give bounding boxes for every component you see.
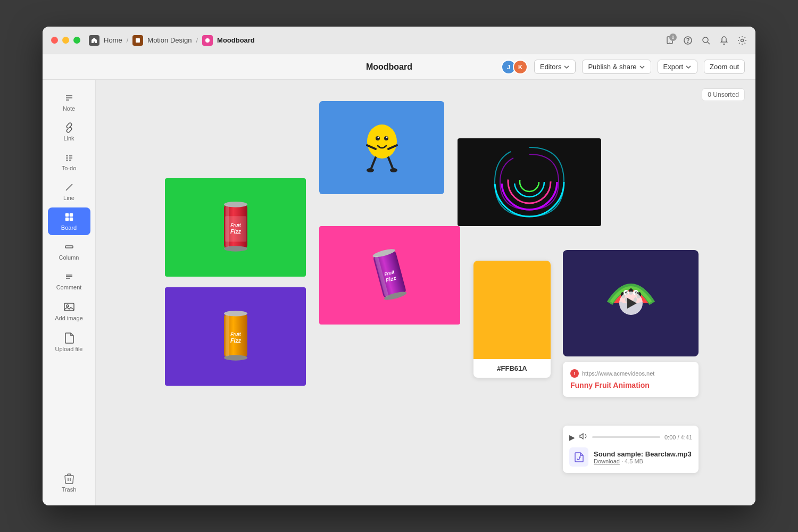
green-can-card[interactable]: Fruit Fizz [165,178,306,277]
audio-file-download[interactable]: Download · 4.5 MB [594,458,692,464]
color-swatch-fill [473,261,551,359]
fullscreen-button[interactable] [73,37,80,44]
avatar-2: K [513,60,528,74]
svg-text:Fruit: Fruit [230,222,242,228]
svg-text:Fruit: Fruit [230,331,242,337]
line-icon [64,182,74,193]
svg-line-36 [371,157,376,168]
svg-rect-23 [65,246,73,248]
svg-point-38 [367,168,374,172]
play-button[interactable] [619,292,643,315]
svg-rect-55 [225,205,229,247]
svg-point-31 [367,124,397,159]
todo-icon [64,152,74,163]
svg-line-37 [388,157,393,168]
help-icon[interactable] [683,36,693,45]
pink-can-card[interactable]: Fruit Fizz [319,226,460,325]
sidebar-item-add-image[interactable]: Add image [48,297,90,326]
link-title[interactable]: Funny Fruit Animation [570,381,691,389]
export-button[interactable]: Export [658,60,698,74]
sidebar-item-link[interactable]: Link [48,118,90,146]
sidebar-item-line[interactable]: Line [48,178,90,205]
spiral-card[interactable] [458,138,601,226]
device-badge: 0 [669,34,677,41]
zoom-out-button[interactable]: Zoom out [704,60,745,74]
sidebar-item-board[interactable]: Board [48,207,90,235]
svg-text:Fizz: Fizz [230,337,242,343]
device-icon[interactable]: 0 [665,36,675,45]
audio-volume-button[interactable] [579,432,588,442]
sidebar-item-column[interactable]: Column [48,237,90,265]
bell-icon[interactable] [719,36,729,45]
svg-line-7 [708,42,710,44]
breadcrumb-moodboard[interactable]: Moodboard [217,36,255,44]
svg-text:Fizz: Fizz [230,228,242,234]
svg-line-18 [66,184,72,190]
svg-point-42 [495,147,564,217]
green-can-svg: Fruit Fizz [217,193,254,262]
svg-point-45 [514,167,544,197]
link-favicon: ! [570,369,579,378]
trash-label: Trash [62,486,77,493]
svg-point-5 [688,42,688,43]
audio-file-details: Sound sample: Bearclaw.mp3 Download · 4.… [594,450,692,464]
svg-point-35 [386,136,387,138]
column-label: Column [59,254,79,261]
svg-point-39 [390,168,397,172]
link-icon [64,122,74,133]
svg-point-1 [205,38,210,43]
settings-icon[interactable] [737,36,747,45]
sidebar-item-todo[interactable]: To-do [48,148,90,176]
audio-progress-bar[interactable] [592,436,660,438]
spiral-svg [458,138,601,226]
video-card[interactable] [563,250,699,356]
title-bar: Home / Motion Design / Moodboard [43,27,755,54]
editor-avatars: J K [501,60,528,74]
audio-controls: ▶ 0:00 / 4:41 [569,432,692,442]
pink-can-svg: Fruit Fizz [361,232,418,319]
note-icon [64,93,74,103]
note-label: Note [63,105,75,112]
color-swatch-card[interactable]: #FFB61A [473,261,551,378]
sidebar-item-upload-file[interactable]: Upload file [48,328,90,356]
purple-can-svg: Fruit Fizz [217,302,254,371]
moodboard-icon-small [202,35,213,46]
svg-rect-22 [70,218,73,221]
audio-play-button[interactable]: ▶ [569,433,575,442]
link-preview-card[interactable]: ! https://www.acmevideos.net Funny Fruit… [563,362,699,397]
audio-file-info: Sound sample: Bearclaw.mp3 Download · 4.… [569,447,692,467]
svg-rect-67 [225,314,229,356]
editors-button[interactable]: Editors [534,60,576,74]
home-icon[interactable] [89,35,99,46]
publish-share-button[interactable]: Publish & share [582,60,651,74]
toolbar-actions: J K Editors Publish & share Export Zoom … [501,60,745,74]
app-window: Home / Motion Design / Moodboard [43,27,755,505]
minimize-button[interactable] [62,37,69,44]
upload-file-label: Upload file [55,346,83,352]
sidebar-item-note[interactable]: Note [48,88,90,116]
title-bar-actions: 0 [665,36,747,45]
sidebar-trash[interactable]: Trash [55,468,83,497]
svg-rect-0 [136,38,140,43]
link-url-text: https://www.acmevideos.net [582,370,654,377]
download-link[interactable]: Download [594,458,620,464]
breadcrumb-home[interactable]: Home [104,36,122,44]
line-label: Line [63,195,74,201]
traffic-lights [51,37,80,44]
svg-point-43 [502,154,557,210]
audio-card[interactable]: ▶ 0:00 / 4:41 [563,426,699,473]
breadcrumb-motion-design[interactable]: Motion Design [147,36,192,44]
canvas[interactable]: 0 Unsorted [96,80,755,505]
svg-rect-20 [70,213,73,217]
purple-can-card[interactable]: Fruit Fizz [165,287,306,386]
page-title: Moodboard [277,62,501,72]
board-label: Board [61,225,77,231]
todo-label: To-do [62,165,77,171]
sidebar: Note Link [43,80,96,505]
svg-point-34 [377,136,379,138]
lemon-card[interactable] [319,101,444,194]
play-triangle-icon [627,298,637,309]
close-button[interactable] [51,37,58,44]
search-icon[interactable] [701,36,711,45]
sidebar-item-comment[interactable]: Comment [48,267,90,295]
